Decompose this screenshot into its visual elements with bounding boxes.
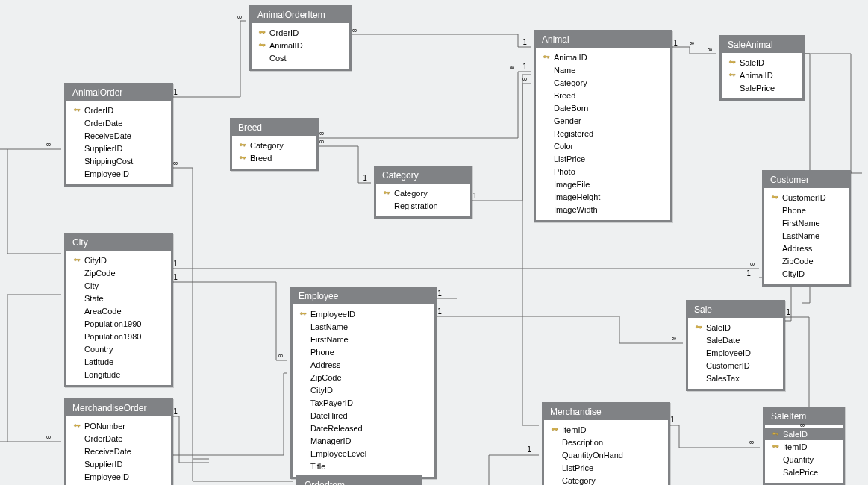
field-row[interactable]: EmployeeID bbox=[688, 346, 783, 359]
field-row[interactable]: QuantityOnHand bbox=[544, 448, 668, 461]
field-row[interactable]: Category bbox=[544, 474, 668, 485]
field-row[interactable]: Category bbox=[376, 187, 470, 199]
field-row[interactable]: ItemID bbox=[544, 423, 668, 436]
entity-city[interactable]: CityCityIDZipCodeCityStateAreaCodePopula… bbox=[64, 233, 173, 387]
entity-title[interactable]: OrderItem bbox=[299, 478, 419, 485]
entity-title[interactable]: City bbox=[66, 235, 171, 251]
field-row[interactable]: SalesTax bbox=[688, 372, 783, 384]
entity-title[interactable]: Breed bbox=[232, 120, 316, 136]
field-row[interactable]: Cost bbox=[252, 51, 349, 64]
field-row[interactable]: Category bbox=[232, 139, 316, 151]
entity-title[interactable]: AnimalOrderItem bbox=[252, 7, 349, 23]
erd-canvas[interactable]: AnimalOrderItemOrderIDAnimalIDCostAnimal… bbox=[0, 0, 868, 485]
entity-title[interactable]: Merchandise bbox=[544, 404, 668, 420]
field-row[interactable]: ZipCode bbox=[293, 371, 434, 384]
field-row[interactable]: LastName bbox=[764, 229, 849, 242]
field-row[interactable]: Breed bbox=[536, 89, 670, 101]
entity-breed[interactable]: BreedCategoryBreed bbox=[230, 118, 319, 171]
entity-title[interactable]: Employee bbox=[293, 289, 434, 304]
field-row[interactable]: PONumber bbox=[66, 419, 171, 432]
field-row[interactable]: SalePrice bbox=[722, 81, 802, 94]
entity-title[interactable]: Animal bbox=[536, 32, 670, 48]
entity-title[interactable]: Customer bbox=[764, 172, 849, 188]
field-row[interactable]: Name bbox=[536, 63, 670, 76]
field-row[interactable]: LastName bbox=[293, 320, 434, 333]
field-row[interactable]: Population1990 bbox=[66, 317, 171, 330]
field-row[interactable]: State bbox=[66, 292, 171, 304]
field-row[interactable]: Phone bbox=[293, 345, 434, 358]
field-row[interactable]: SaleID bbox=[765, 428, 843, 440]
field-row[interactable]: Title bbox=[293, 460, 434, 472]
entity-title[interactable]: AnimalOrder bbox=[66, 85, 171, 101]
entity-merchandise[interactable]: MerchandiseItemIDDescriptionQuantityOnHa… bbox=[542, 402, 670, 485]
field-row[interactable]: Registration bbox=[376, 199, 470, 212]
field-row[interactable]: ReceiveDate bbox=[66, 129, 171, 142]
field-row[interactable]: EmployeeID bbox=[66, 167, 171, 180]
field-row[interactable]: Description bbox=[544, 436, 668, 448]
field-row[interactable]: ManagerID bbox=[293, 434, 434, 447]
field-row[interactable]: ImageHeight bbox=[536, 190, 670, 203]
entity-title[interactable]: SaleAnimal bbox=[722, 37, 802, 53]
field-row[interactable]: Longitude bbox=[66, 368, 171, 381]
field-row[interactable]: OrderID bbox=[252, 26, 349, 39]
entity-employee[interactable]: EmployeeEmployeeIDLastNameFirstNamePhone… bbox=[290, 287, 437, 479]
field-row[interactable]: Address bbox=[764, 242, 849, 254]
entity-merchandiseorder[interactable]: MerchandiseOrderPONumberOrderDateReceive… bbox=[64, 398, 173, 485]
entity-title[interactable]: MerchandiseOrder bbox=[66, 401, 171, 416]
field-row[interactable]: TaxPayerID bbox=[293, 396, 434, 409]
entity-title[interactable]: SaleItem bbox=[765, 409, 843, 425]
field-row[interactable]: SupplierID bbox=[66, 457, 171, 470]
field-row[interactable]: ImageFile bbox=[536, 178, 670, 190]
field-row[interactable]: City bbox=[66, 279, 171, 292]
field-row[interactable]: ListPrice bbox=[544, 461, 668, 474]
entity-sale[interactable]: SaleSaleIDSaleDateEmployeeIDCustomerIDSa… bbox=[686, 300, 785, 391]
field-row[interactable]: FirstName bbox=[764, 216, 849, 229]
field-row[interactable]: Category bbox=[536, 76, 670, 89]
field-row[interactable]: EmployeeID bbox=[293, 307, 434, 320]
field-row[interactable]: OrderID bbox=[66, 104, 171, 116]
entity-orderitem[interactable]: OrderItemPONumber bbox=[296, 475, 422, 485]
entity-saleitem[interactable]: SaleItemSaleIDItemIDQuantitySalePrice bbox=[763, 407, 845, 485]
entity-saleanimal[interactable]: SaleAnimalSaleIDAnimalIDSalePrice bbox=[719, 35, 805, 101]
field-row[interactable]: ReceiveDate bbox=[66, 445, 171, 457]
field-row[interactable]: Population1980 bbox=[66, 330, 171, 342]
field-row[interactable]: DateHired bbox=[293, 409, 434, 422]
field-row[interactable]: SaleID bbox=[688, 321, 783, 334]
field-row[interactable]: Address bbox=[293, 358, 434, 371]
field-row[interactable]: AnimalID bbox=[722, 69, 802, 81]
field-row[interactable]: CustomerID bbox=[688, 359, 783, 372]
field-row[interactable]: DateReleased bbox=[293, 422, 434, 434]
entity-title[interactable]: Sale bbox=[688, 302, 783, 318]
field-row[interactable]: AreaCode bbox=[66, 304, 171, 317]
field-row[interactable]: Color bbox=[536, 140, 670, 152]
entity-animal[interactable]: AnimalAnimalIDNameCategoryBreedDateBornG… bbox=[534, 30, 672, 222]
field-row[interactable]: SaleDate bbox=[688, 334, 783, 346]
field-row[interactable]: Photo bbox=[536, 165, 670, 178]
entity-animalorderitem[interactable]: AnimalOrderItemOrderIDAnimalIDCost bbox=[249, 5, 352, 71]
field-row[interactable]: SaleID bbox=[722, 56, 802, 69]
field-row[interactable]: EmployeeLevel bbox=[293, 447, 434, 460]
field-row[interactable]: OrderDate bbox=[66, 432, 171, 445]
field-row[interactable]: Gender bbox=[536, 114, 670, 127]
entity-customer[interactable]: CustomerCustomerIDPhoneFirstNameLastName… bbox=[762, 170, 851, 287]
field-row[interactable]: SalePrice bbox=[765, 466, 843, 478]
field-row[interactable]: OrderDate bbox=[66, 116, 171, 129]
field-row[interactable]: Latitude bbox=[66, 355, 171, 368]
field-row[interactable]: DateBorn bbox=[536, 101, 670, 114]
field-row[interactable]: CityID bbox=[66, 254, 171, 266]
field-row[interactable]: SupplierID bbox=[66, 142, 171, 154]
field-row[interactable]: ImageWidth bbox=[536, 203, 670, 216]
field-row[interactable]: CityID bbox=[293, 384, 434, 396]
field-row[interactable]: ListPrice bbox=[536, 152, 670, 165]
field-row[interactable]: CustomerID bbox=[764, 191, 849, 204]
field-row[interactable]: ItemID bbox=[765, 440, 843, 453]
field-row[interactable]: ZipCode bbox=[764, 254, 849, 267]
field-row[interactable]: EmployeeID bbox=[66, 470, 171, 483]
field-row[interactable]: Country bbox=[66, 342, 171, 355]
field-row[interactable]: CityID bbox=[764, 267, 849, 280]
field-row[interactable]: FirstName bbox=[293, 333, 434, 345]
field-row[interactable]: AnimalID bbox=[536, 51, 670, 63]
field-row[interactable]: Breed bbox=[232, 151, 316, 164]
entity-animalorder[interactable]: AnimalOrderOrderIDOrderDateReceiveDateSu… bbox=[64, 83, 173, 187]
field-row[interactable]: Quantity bbox=[765, 453, 843, 466]
